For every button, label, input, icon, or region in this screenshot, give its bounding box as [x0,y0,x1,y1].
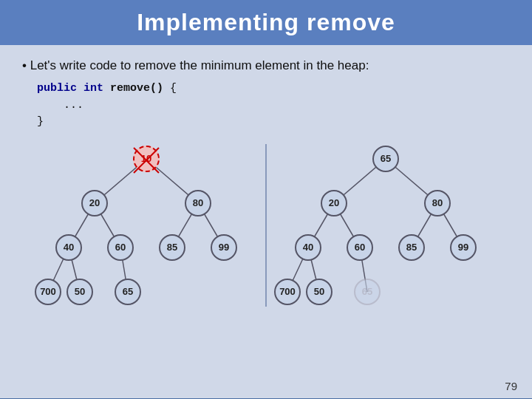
tree-right: 652080406085997005065 [271,137,500,314]
page-number: 79 [505,380,517,392]
diagrams-container: 102080406085997005065 652080406085997005… [22,137,510,314]
tree-node-n5: 85 [398,234,425,261]
page-header: Implementing remove [0,0,532,45]
tree-node-n3: 40 [55,234,82,261]
tree-node-root: 65 [372,146,399,172]
diagram-divider [265,144,267,307]
tree-node-n4: 60 [107,234,134,261]
tree-node-n5: 85 [159,234,185,261]
bullet-text: • Let's write code to remove the minimum… [22,58,510,73]
tree-node-n2: 80 [424,190,451,216]
tree-node-n2: 80 [185,190,211,216]
tree-node-n8: 50 [66,279,93,305]
tree-left: 102080406085997005065 [32,137,261,314]
tree-node-n7: 700 [274,279,301,305]
main-content: • Let's write code to remove the minimum… [0,45,532,398]
code-block: public int remove() { ... } [37,81,510,131]
tree-node-n6: 99 [211,234,237,261]
tree-node-n9: 65 [354,279,381,305]
tree-node-n1: 20 [81,190,108,216]
tree-node-root: 10 [133,146,160,172]
tree-node-n4: 60 [347,234,373,261]
tree-node-n6: 99 [450,234,477,261]
tree-node-n3: 40 [295,234,321,261]
tree-node-n1: 20 [321,190,347,216]
tree-node-n7: 700 [35,279,61,305]
tree-node-n8: 50 [306,279,332,305]
page-title: Implementing remove [22,9,510,36]
tree-node-n9: 65 [115,279,141,305]
